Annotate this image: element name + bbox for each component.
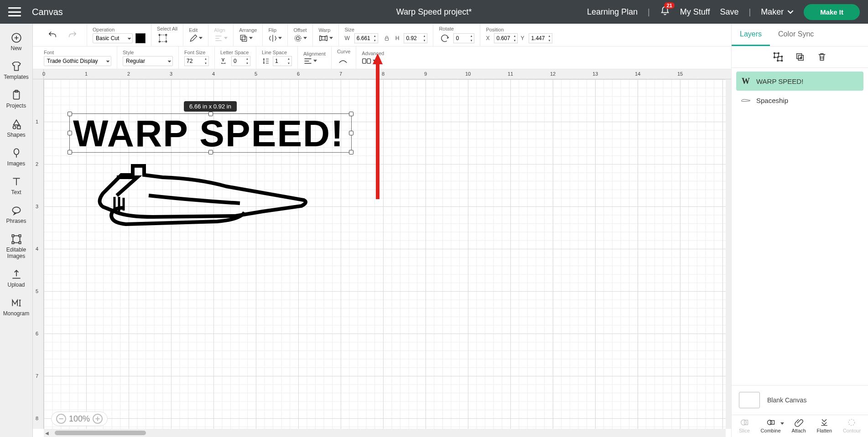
- stepper-up[interactable]: ▲: [468, 34, 474, 38]
- monogram-icon: [10, 297, 22, 309]
- nav-shapes[interactable]: Shapes: [0, 114, 32, 143]
- stepper-down[interactable]: ▼: [546, 38, 552, 43]
- nav-editable-images[interactable]: Editable Images: [0, 229, 32, 263]
- nav-monogram[interactable]: Monogram: [0, 293, 32, 321]
- resize-handle-se[interactable]: [349, 150, 353, 154]
- layer-thumb: W: [741, 77, 751, 85]
- scrollbar-vertical[interactable]: [726, 79, 731, 429]
- stepper-up[interactable]: ▲: [286, 57, 291, 61]
- operation-select[interactable]: Basic Cut: [93, 33, 133, 43]
- arrange-icon: [239, 34, 248, 43]
- warp-icon: [318, 34, 328, 43]
- svg-rect-9: [12, 242, 14, 244]
- arrange-dropdown[interactable]: [239, 34, 257, 43]
- warp-dropdown[interactable]: [318, 34, 333, 43]
- nav-phrases[interactable]: Phrases: [0, 200, 32, 229]
- zoom-out-button[interactable]: −: [56, 414, 66, 424]
- machine-select[interactable]: Maker: [761, 7, 794, 17]
- action-contour[interactable]: Contour: [843, 418, 861, 433]
- offset-dropdown[interactable]: [293, 34, 307, 43]
- lock-icon[interactable]: [384, 35, 390, 41]
- operation-color-swatch[interactable]: [135, 33, 146, 43]
- spaceship-image[interactable]: [71, 157, 317, 236]
- zoom-in-button[interactable]: +: [93, 414, 103, 424]
- delete-icon[interactable]: [817, 52, 827, 62]
- ruler-tick: 3: [36, 204, 38, 209]
- action-flatten[interactable]: Flatten: [816, 418, 832, 433]
- tab-layers[interactable]: Layers: [732, 24, 770, 46]
- project-title[interactable]: Warp Speed project*: [396, 7, 472, 17]
- tab-color-sync[interactable]: Color Sync: [770, 24, 822, 46]
- layer-item-warp-speed[interactable]: W WARP SPEED!: [736, 72, 863, 91]
- scrollbar-thumb[interactable]: [55, 431, 146, 435]
- attach-icon: [794, 418, 804, 427]
- my-stuff-link[interactable]: My Stuff: [680, 7, 710, 17]
- canvas-color-swatch[interactable]: [739, 392, 760, 408]
- edit-dropdown[interactable]: [189, 34, 203, 43]
- warp-speed-text[interactable]: WARP SPEED!: [73, 112, 344, 155]
- resize-handle-w[interactable]: [68, 131, 72, 135]
- stepper-down[interactable]: ▼: [468, 38, 474, 43]
- edit-label: Edit: [189, 27, 203, 33]
- stepper-down[interactable]: ▼: [372, 38, 378, 43]
- resize-handle-ne[interactable]: [349, 112, 353, 116]
- nav-upload[interactable]: Upload: [0, 264, 32, 293]
- undo-button[interactable]: [47, 29, 58, 41]
- select-all-button[interactable]: [157, 32, 169, 44]
- flip-icon: [268, 34, 277, 43]
- resize-handle-nw[interactable]: [68, 112, 72, 116]
- font-select[interactable]: Trade Gothic Display: [44, 56, 111, 66]
- advanced-dropdown[interactable]: [362, 57, 384, 65]
- resize-handle-e[interactable]: [349, 131, 353, 135]
- warp-label: Warp: [318, 27, 333, 33]
- style-select[interactable]: Regular: [123, 56, 173, 66]
- layer-item-spaceship[interactable]: Spaceship: [736, 91, 863, 110]
- scrollbar-horizontal[interactable]: ◀: [44, 429, 726, 437]
- rotate-button[interactable]: [439, 32, 451, 44]
- nav-new[interactable]: New: [0, 27, 32, 56]
- redo-button[interactable]: [67, 29, 78, 41]
- stepper-up[interactable]: ▲: [244, 57, 250, 61]
- separator: |: [748, 7, 751, 17]
- action-slice[interactable]: Slice: [739, 418, 750, 433]
- stepper-up[interactable]: ▲: [512, 34, 517, 38]
- save-button[interactable]: Save: [720, 7, 738, 17]
- stepper-down[interactable]: ▼: [512, 38, 517, 43]
- stepper-down[interactable]: ▼: [421, 38, 427, 43]
- stepper-up[interactable]: ▲: [421, 34, 427, 38]
- nav-images[interactable]: Images: [0, 143, 32, 171]
- alignment-dropdown[interactable]: [303, 57, 326, 65]
- stepper-up[interactable]: ▲: [203, 57, 208, 61]
- resize-handle-sw[interactable]: [68, 150, 72, 154]
- scroll-left-arrow[interactable]: ◀: [44, 431, 50, 436]
- letter-space-label: Letter Space: [220, 50, 250, 55]
- svg-point-19: [295, 35, 301, 41]
- caret-icon: [249, 37, 253, 39]
- align-dropdown[interactable]: [214, 34, 228, 43]
- canvas-grid[interactable]: 6.66 in x 0.92 in WARP SPEED!: [44, 79, 726, 429]
- nav-templates[interactable]: Templates: [0, 56, 32, 85]
- nav-projects[interactable]: Projects: [0, 85, 32, 113]
- learning-plan-link[interactable]: Learning Plan: [587, 7, 638, 17]
- stepper-up[interactable]: ▲: [372, 34, 378, 38]
- group-icon[interactable]: [773, 52, 783, 62]
- stepper-down[interactable]: ▼: [203, 61, 208, 66]
- points-edit-icon: [10, 233, 22, 245]
- action-attach[interactable]: Attach: [791, 418, 806, 433]
- nav-label: Projects: [6, 103, 26, 109]
- stepper-down[interactable]: ▼: [286, 61, 291, 66]
- duplicate-icon[interactable]: [795, 52, 805, 62]
- caret-icon: [199, 37, 203, 39]
- nav-text[interactable]: Text: [0, 171, 32, 200]
- flip-dropdown[interactable]: [268, 34, 282, 43]
- menu-hamburger[interactable]: [8, 7, 21, 16]
- svg-rect-36: [770, 421, 774, 424]
- make-it-button[interactable]: Make It: [804, 4, 860, 20]
- stepper-down[interactable]: ▼: [244, 61, 250, 66]
- align-label: Align: [214, 27, 228, 33]
- text-icon: [10, 176, 22, 188]
- action-combine[interactable]: Combine: [761, 418, 781, 433]
- curve-button[interactable]: [337, 55, 349, 67]
- stepper-up[interactable]: ▲: [546, 34, 552, 38]
- notifications-button[interactable]: 21: [660, 6, 670, 18]
